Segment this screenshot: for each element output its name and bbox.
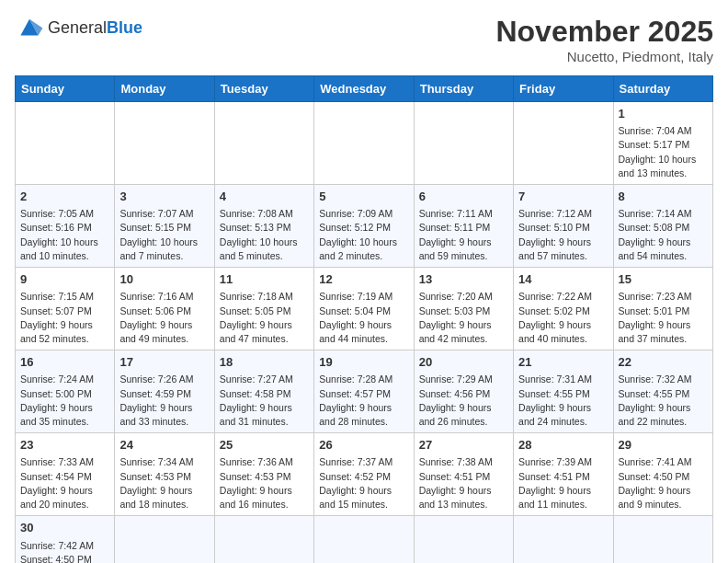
calendar-cell: 11Sunrise: 7:18 AMSunset: 5:05 PMDayligh… (214, 268, 313, 350)
day-number: 5 (319, 189, 408, 205)
week-row-0: 1Sunrise: 7:04 AMSunset: 5:17 PMDaylight… (16, 102, 713, 185)
location: Nucetto, Piedmont, Italy (495, 49, 713, 64)
calendar-cell: 9Sunrise: 7:15 AMSunset: 5:07 PMDaylight… (16, 268, 115, 350)
week-row-5: 30Sunrise: 7:42 AMSunset: 4:50 PMDayligh… (16, 516, 713, 563)
day-info: Sunrise: 7:34 AMSunset: 4:53 PMDaylight:… (119, 455, 209, 511)
weekday-header-saturday: Saturday (613, 76, 712, 102)
calendar-cell (214, 102, 313, 185)
calendar-cell: 6Sunrise: 7:11 AMSunset: 5:11 PMDaylight… (414, 185, 513, 268)
calendar-cell: 2Sunrise: 7:05 AMSunset: 5:16 PMDaylight… (16, 185, 115, 268)
day-info: Sunrise: 7:39 AMSunset: 4:51 PMDaylight:… (518, 455, 608, 511)
day-number: 23 (20, 437, 109, 454)
day-info: Sunrise: 7:04 AMSunset: 5:17 PMDaylight:… (619, 124, 708, 180)
weekday-header-tuesday: Tuesday (214, 76, 313, 102)
day-number: 21 (518, 354, 608, 371)
title-block: November 2025 Nucetto, Piedmont, Italy (495, 15, 713, 64)
calendar-cell: 15Sunrise: 7:23 AMSunset: 5:01 PMDayligh… (613, 268, 712, 350)
day-info: Sunrise: 7:12 AMSunset: 5:10 PMDaylight:… (518, 207, 608, 263)
logo-icon (15, 15, 44, 40)
calendar-cell: 19Sunrise: 7:28 AMSunset: 4:57 PMDayligh… (314, 350, 414, 433)
day-number: 28 (518, 437, 608, 454)
day-number: 1 (619, 106, 708, 122)
weekday-header-friday: Friday (514, 76, 613, 102)
day-info: Sunrise: 7:27 AMSunset: 4:58 PMDaylight:… (220, 373, 309, 429)
calendar-cell: 8Sunrise: 7:14 AMSunset: 5:08 PMDaylight… (613, 185, 712, 268)
day-number: 7 (518, 189, 608, 205)
day-info: Sunrise: 7:28 AMSunset: 4:57 PMDaylight:… (319, 373, 408, 429)
day-info: Sunrise: 7:08 AMSunset: 5:13 PMDaylight:… (220, 207, 309, 263)
day-info: Sunrise: 7:14 AMSunset: 5:08 PMDaylight:… (619, 207, 708, 263)
calendar-cell: 5Sunrise: 7:09 AMSunset: 5:12 PMDaylight… (314, 185, 414, 268)
calendar-cell: 7Sunrise: 7:12 AMSunset: 5:10 PMDaylight… (514, 185, 613, 268)
day-number: 18 (220, 354, 309, 371)
day-number: 8 (619, 189, 708, 205)
day-number: 30 (20, 520, 109, 536)
calendar-cell: 17Sunrise: 7:26 AMSunset: 4:59 PMDayligh… (115, 350, 214, 433)
calendar-cell: 20Sunrise: 7:29 AMSunset: 4:56 PMDayligh… (414, 350, 513, 433)
day-info: Sunrise: 7:07 AMSunset: 5:15 PMDaylight:… (119, 207, 209, 263)
calendar-cell: 23Sunrise: 7:33 AMSunset: 4:54 PMDayligh… (16, 433, 115, 516)
day-number: 25 (220, 437, 309, 454)
calendar-cell (314, 516, 414, 563)
calendar-cell: 1Sunrise: 7:04 AMSunset: 5:17 PMDaylight… (613, 102, 712, 185)
day-info: Sunrise: 7:09 AMSunset: 5:12 PMDaylight:… (319, 207, 408, 263)
calendar-cell (514, 516, 613, 563)
day-number: 16 (20, 354, 109, 371)
calendar-cell (16, 102, 115, 185)
day-number: 12 (319, 271, 408, 288)
calendar-cell (414, 516, 513, 563)
day-info: Sunrise: 7:18 AMSunset: 5:05 PMDaylight:… (220, 290, 309, 346)
weekday-header-thursday: Thursday (414, 76, 513, 102)
day-number: 14 (518, 271, 608, 288)
day-number: 2 (20, 189, 109, 205)
logo: GeneralBlue (15, 15, 142, 40)
day-info: Sunrise: 7:19 AMSunset: 5:04 PMDaylight:… (319, 290, 408, 346)
day-info: Sunrise: 7:38 AMSunset: 4:51 PMDaylight:… (419, 455, 508, 511)
calendar-cell: 13Sunrise: 7:20 AMSunset: 5:03 PMDayligh… (414, 268, 513, 350)
day-info: Sunrise: 7:33 AMSunset: 4:54 PMDaylight:… (20, 455, 109, 511)
week-row-2: 9Sunrise: 7:15 AMSunset: 5:07 PMDaylight… (16, 268, 713, 350)
day-number: 15 (619, 271, 708, 288)
day-info: Sunrise: 7:26 AMSunset: 4:59 PMDaylight:… (119, 373, 209, 429)
calendar-cell (115, 516, 214, 563)
calendar-cell: 24Sunrise: 7:34 AMSunset: 4:53 PMDayligh… (115, 433, 214, 516)
day-number: 10 (119, 271, 209, 288)
weekday-header-wednesday: Wednesday (314, 76, 414, 102)
day-number: 24 (119, 437, 209, 454)
calendar-cell (214, 516, 313, 563)
calendar-cell: 4Sunrise: 7:08 AMSunset: 5:13 PMDaylight… (214, 185, 313, 268)
day-number: 20 (419, 354, 508, 371)
weekday-header-monday: Monday (115, 76, 214, 102)
day-number: 19 (319, 354, 408, 371)
calendar-cell: 25Sunrise: 7:36 AMSunset: 4:53 PMDayligh… (214, 433, 313, 516)
day-number: 27 (419, 437, 508, 454)
calendar-cell: 16Sunrise: 7:24 AMSunset: 5:00 PMDayligh… (16, 350, 115, 433)
day-info: Sunrise: 7:05 AMSunset: 5:16 PMDaylight:… (20, 207, 109, 263)
calendar-cell: 30Sunrise: 7:42 AMSunset: 4:50 PMDayligh… (16, 516, 115, 563)
month-title: November 2025 (495, 15, 713, 49)
day-info: Sunrise: 7:22 AMSunset: 5:02 PMDaylight:… (518, 290, 608, 346)
day-info: Sunrise: 7:11 AMSunset: 5:11 PMDaylight:… (419, 207, 508, 263)
logo-text: GeneralBlue (48, 18, 142, 38)
day-number: 17 (119, 354, 209, 371)
day-info: Sunrise: 7:37 AMSunset: 4:52 PMDaylight:… (319, 455, 408, 511)
calendar-cell (514, 102, 613, 185)
day-number: 3 (119, 189, 209, 205)
calendar-table: SundayMondayTuesdayWednesdayThursdayFrid… (15, 75, 713, 563)
day-info: Sunrise: 7:41 AMSunset: 4:50 PMDaylight:… (619, 455, 708, 511)
calendar-cell: 28Sunrise: 7:39 AMSunset: 4:51 PMDayligh… (514, 433, 613, 516)
calendar-cell (414, 102, 513, 185)
day-number: 4 (220, 189, 309, 205)
day-number: 22 (619, 354, 708, 371)
calendar-cell: 26Sunrise: 7:37 AMSunset: 4:52 PMDayligh… (314, 433, 414, 516)
calendar-cell: 29Sunrise: 7:41 AMSunset: 4:50 PMDayligh… (613, 433, 712, 516)
day-number: 6 (419, 189, 508, 205)
day-number: 13 (419, 271, 508, 288)
calendar-cell (115, 102, 214, 185)
calendar-cell: 27Sunrise: 7:38 AMSunset: 4:51 PMDayligh… (414, 433, 513, 516)
calendar-cell (613, 516, 712, 563)
calendar-cell: 3Sunrise: 7:07 AMSunset: 5:15 PMDaylight… (115, 185, 214, 268)
calendar-cell: 22Sunrise: 7:32 AMSunset: 4:55 PMDayligh… (613, 350, 712, 433)
week-row-1: 2Sunrise: 7:05 AMSunset: 5:16 PMDaylight… (16, 185, 713, 268)
day-info: Sunrise: 7:36 AMSunset: 4:53 PMDaylight:… (220, 455, 309, 511)
